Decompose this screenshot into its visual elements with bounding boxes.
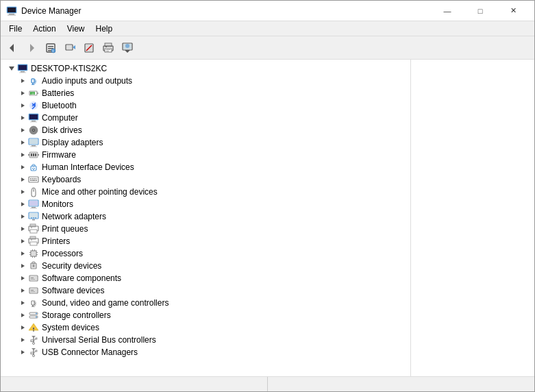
svg-rect-78 — [30, 180, 32, 182]
storage-expand-icon[interactable] — [17, 310, 28, 321]
svg-rect-86 — [29, 201, 38, 206]
menu-action[interactable]: Action — [27, 23, 61, 35]
tree-root[interactable]: DESKTOP-KTIS2KC — [1, 62, 410, 75]
svg-marker-145 — [21, 338, 25, 342]
network-expand-icon[interactable] — [17, 211, 28, 222]
security-expand-icon[interactable] — [17, 260, 28, 271]
title-buttons: — □ ✕ — [432, 1, 529, 21]
tree-item-keyboards[interactable]: Keyboards — [1, 173, 410, 186]
update-driver-button[interactable] — [61, 39, 79, 57]
svg-point-93 — [33, 217, 34, 219]
audio-expand-icon[interactable] — [17, 75, 28, 86]
tree-item-monitors[interactable]: Monitors — [1, 198, 410, 210]
svg-rect-109 — [29, 252, 31, 253]
svg-marker-136 — [21, 313, 25, 317]
svg-marker-81 — [21, 190, 25, 194]
svg-rect-13 — [66, 45, 72, 49]
tree-item-usbconnector[interactable]: USB Connector Managers — [1, 346, 410, 358]
tree-item-processors[interactable]: Processors — [1, 247, 410, 260]
disable-icon — [84, 42, 95, 53]
right-arrow-batteries — [20, 90, 25, 96]
svg-rect-95 — [32, 219, 35, 221]
usb-expand-icon[interactable] — [17, 334, 28, 345]
right-arrow-bluetooth — [20, 103, 25, 108]
tree-item-batteries[interactable]: Batteries — [1, 87, 410, 99]
maximize-button[interactable]: □ — [464, 1, 496, 21]
tree-item-storage[interactable]: Storage controllers — [1, 309, 410, 321]
printers-expand-icon[interactable] — [17, 236, 28, 247]
svg-rect-32 — [19, 73, 26, 73]
tree-item-security[interactable]: Security devices — [1, 260, 410, 272]
mice-expand-icon[interactable] — [17, 186, 28, 197]
tree-item-softwaredevices[interactable]: Software devices — [1, 284, 410, 297]
svg-marker-141 — [21, 326, 25, 330]
usb-icon — [28, 334, 39, 345]
softwaredevices-expand-icon[interactable] — [17, 285, 28, 296]
batteries-expand-icon[interactable] — [17, 88, 28, 99]
tree-item-network[interactable]: Network adapters — [1, 210, 410, 223]
menu-file[interactable]: File — [3, 23, 27, 35]
display-label: Display adapters — [42, 138, 103, 147]
audio-label: Audio inputs and outputs — [42, 76, 132, 86]
tree-item-softwarecomponents[interactable]: Software components — [1, 272, 410, 284]
tree-item-bluetooth[interactable]: Bluetooth — [1, 99, 410, 112]
bluetooth-expand-icon[interactable] — [17, 100, 28, 111]
computer-expand-icon[interactable] — [17, 112, 28, 123]
svg-rect-134 — [32, 305, 34, 306]
device-tree[interactable]: DESKTOP-KTIS2KC — [1, 60, 411, 376]
minimize-button[interactable]: — — [432, 1, 463, 21]
menu-bar: File Action View Help — [1, 21, 534, 36]
tree-item-sound[interactable]: Sound, video and game controllers — [1, 297, 410, 309]
disable-button[interactable] — [80, 39, 98, 57]
print-button[interactable] — [99, 39, 117, 57]
usbconnector-expand-icon[interactable] — [17, 347, 28, 358]
keyboards-expand-icon[interactable] — [17, 174, 28, 185]
back-button[interactable] — [3, 39, 21, 57]
system-expand-icon[interactable] — [17, 322, 28, 333]
tree-item-hid[interactable]: Human Interface Devices — [1, 161, 410, 173]
right-arrow-storage — [20, 313, 25, 318]
svg-marker-5 — [30, 44, 34, 52]
display-expand-icon[interactable] — [17, 137, 28, 148]
tree-item-firmware[interactable]: Firmware — [1, 149, 410, 161]
svg-point-121 — [33, 265, 35, 267]
forward-button[interactable] — [23, 39, 40, 57]
close-button[interactable]: ✕ — [497, 1, 529, 21]
tree-item-display[interactable]: Display adapters — [1, 136, 410, 149]
svg-rect-135 — [32, 306, 34, 307]
printqueues-expand-icon[interactable] — [17, 223, 28, 234]
sound-icon — [28, 297, 39, 308]
help-button[interactable] — [119, 39, 136, 57]
svg-point-53 — [33, 130, 34, 131]
properties-button[interactable]: i — [42, 39, 60, 57]
svg-rect-76 — [34, 178, 36, 180]
root-expand-icon[interactable] — [6, 63, 17, 74]
right-arrow-computer — [20, 115, 25, 121]
menu-view[interactable]: View — [62, 23, 90, 35]
sound-expand-icon[interactable] — [17, 297, 28, 308]
tree-item-printers[interactable]: Printers — [1, 235, 410, 247]
svg-rect-130 — [31, 290, 34, 291]
tree-item-computer[interactable]: Computer — [1, 112, 410, 124]
tree-item-printqueues[interactable]: Print queues — [1, 223, 410, 235]
bluetooth-icon — [28, 100, 39, 111]
right-arrow-processors — [20, 251, 25, 256]
tree-item-system[interactable]: System devices — [1, 321, 410, 334]
firmware-expand-icon[interactable] — [17, 149, 28, 160]
svg-rect-133 — [32, 301, 34, 305]
monitors-expand-icon[interactable] — [17, 199, 28, 210]
softwarecomponents-expand-icon[interactable] — [17, 273, 28, 284]
hid-expand-icon[interactable] — [17, 162, 28, 173]
tree-item-disk[interactable]: Disk drives — [1, 124, 410, 136]
tree-item-mice[interactable]: Mice and other pointing devices — [1, 186, 410, 198]
svg-rect-31 — [21, 71, 25, 73]
disk-expand-icon[interactable] — [17, 125, 28, 136]
title-left: Device Manager — [6, 5, 81, 16]
svg-point-158 — [33, 355, 35, 357]
tree-item-usb[interactable]: Universal Serial Bus controllers — [1, 334, 410, 346]
menu-help[interactable]: Help — [90, 23, 119, 35]
tree-item-audio[interactable]: Audio inputs and outputs — [1, 75, 410, 87]
processors-expand-icon[interactable] — [17, 248, 28, 259]
svg-marker-72 — [21, 177, 25, 182]
svg-rect-70 — [34, 168, 36, 169]
